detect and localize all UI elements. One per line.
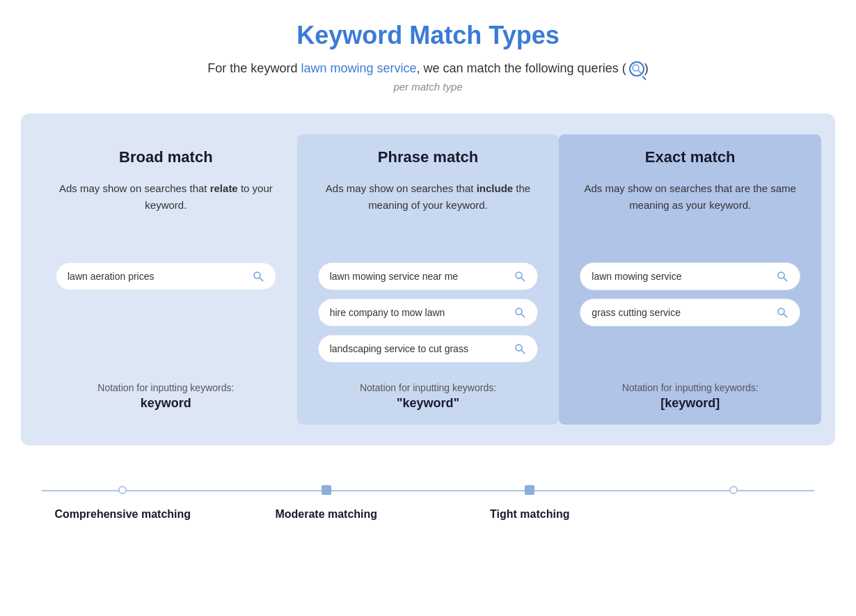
timeline-dot-end (724, 480, 743, 500)
timeline-item-tight: Tight matching (428, 480, 632, 521)
timeline-label-tight: Tight matching (490, 508, 569, 521)
search-box-text-phrase-2: hire company to mow lawn (330, 307, 509, 318)
timeline-dot-moderate (317, 480, 336, 500)
page-title: Keyword Match Types (296, 21, 559, 50)
broad-notation-label: Notation for inputting keywords: (56, 382, 276, 393)
search-icon-exact-1 (776, 270, 788, 283)
broad-match-title: Broad match (56, 148, 276, 166)
timeline-square-tight (525, 485, 534, 495)
exact-match-description: Ads may show on searches that are the sa… (580, 180, 800, 243)
timeline-dot-tight (520, 480, 539, 500)
timeline-circle-comprehensive (118, 486, 127, 494)
search-box-phrase-1: lawn mowing service near me (318, 262, 539, 290)
phrase-notation-value: "keyword" (318, 396, 539, 411)
timeline-label-moderate: Moderate matching (275, 508, 377, 521)
bottom-bar: Comprehensive matching Moderate matching… (21, 480, 835, 521)
search-icon-phrase-2 (514, 306, 526, 319)
search-box-exact-1: lawn mowing service (580, 262, 800, 290)
search-box-exact-2: grass cutting service (580, 299, 800, 326)
search-box-text-exact-2: grass cutting service (592, 307, 770, 318)
phrase-match-description: Ads may show on searches that include th… (318, 180, 539, 243)
phrase-match-title: Phrase match (318, 148, 539, 166)
timeline-item-comprehensive: Comprehensive matching (21, 480, 225, 521)
svg-point-6 (516, 308, 522, 315)
subtitle-post: , we can match the following queries ( (416, 61, 626, 75)
svg-line-13 (784, 315, 787, 318)
search-icon-svg (631, 63, 643, 75)
svg-line-1 (638, 71, 642, 74)
subtitle: For the keyword lawn mowing service, we … (207, 61, 648, 77)
phrase-match-card: Phrase match Ads may show on searches th… (297, 134, 560, 425)
search-box-broad-1: lawn aeration prices (56, 262, 276, 290)
broad-notation-value: keyword (56, 396, 276, 411)
svg-point-0 (633, 65, 639, 71)
broad-notation: Notation for inputting keywords: keyword (56, 382, 276, 411)
exact-notation: Notation for inputting keywords: [keywor… (580, 382, 800, 411)
per-match-text: per match type (393, 81, 462, 93)
svg-point-4 (516, 272, 522, 278)
search-icon-broad-1 (252, 270, 264, 283)
search-box-phrase-2: hire company to mow lawn (318, 299, 539, 326)
timeline-dot-comprehensive (113, 480, 132, 500)
broad-search-boxes: lawn aeration prices (56, 262, 276, 363)
phrase-notation: Notation for inputting keywords: "keywor… (318, 382, 539, 411)
search-icon-phrase-3 (514, 342, 526, 355)
timeline-items: Comprehensive matching Moderate matching… (21, 480, 835, 521)
search-box-text-phrase-1: lawn mowing service near me (330, 271, 509, 282)
subtitle-pre: For the keyword (207, 61, 297, 75)
svg-line-11 (784, 278, 787, 282)
exact-match-title: Exact match (580, 148, 800, 166)
svg-point-2 (254, 272, 260, 278)
exact-match-card: Exact match Ads may show on searches tha… (559, 134, 821, 425)
svg-point-8 (516, 345, 522, 351)
broad-match-card: Broad match Ads may show on searches tha… (35, 134, 297, 425)
exact-notation-label: Notation for inputting keywords: (580, 382, 800, 393)
timeline-circle-end (729, 486, 738, 494)
timeline-label-comprehensive: Comprehensive matching (54, 508, 191, 521)
exact-search-boxes: lawn mowing service grass cutting servic… (580, 262, 800, 363)
search-icon-phrase-1 (514, 270, 526, 283)
cards-container: Broad match Ads may show on searches tha… (21, 113, 835, 445)
phrase-search-boxes: lawn mowing service near me hire company… (318, 262, 539, 363)
exact-notation-value: [keyword] (580, 396, 800, 411)
svg-line-7 (522, 315, 525, 318)
search-icon (629, 61, 644, 77)
keyword-highlight: lawn mowing service (301, 61, 416, 75)
svg-point-10 (778, 272, 784, 278)
subtitle-close: ) (644, 61, 649, 75)
phrase-notation-label: Notation for inputting keywords: (318, 382, 539, 393)
search-box-text-phrase-3: landscaping service to cut grass (330, 343, 509, 354)
svg-line-9 (522, 351, 525, 354)
svg-point-12 (778, 308, 784, 315)
svg-line-3 (260, 278, 263, 282)
timeline-item-moderate: Moderate matching (225, 480, 429, 521)
search-box-text-exact-1: lawn mowing service (592, 271, 770, 282)
timeline-square-moderate (322, 485, 331, 495)
search-box-phrase-3: landscaping service to cut grass (318, 335, 539, 363)
broad-match-description: Ads may show on searches that relate to … (56, 180, 276, 243)
search-box-text-broad-1: lawn aeration prices (68, 271, 246, 282)
timeline-item-end (632, 480, 836, 508)
svg-line-5 (522, 278, 525, 282)
search-icon-exact-2 (776, 306, 788, 319)
